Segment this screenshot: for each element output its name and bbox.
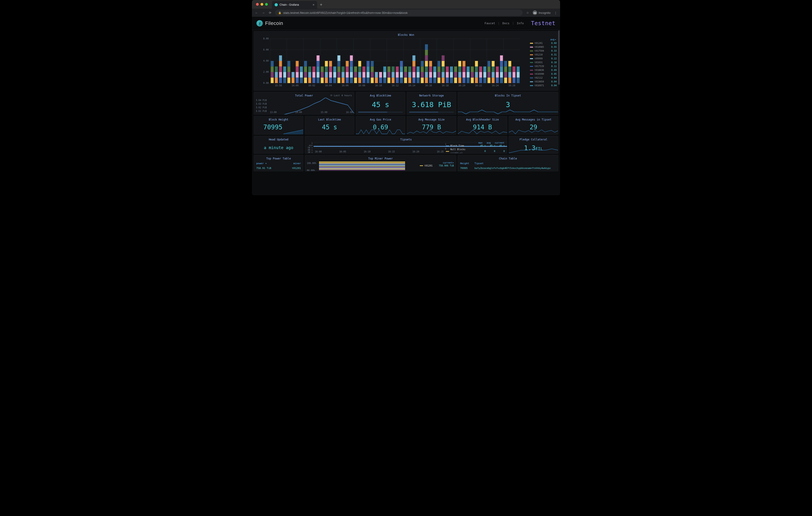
- svg-rect-178: [441, 61, 444, 66]
- scrollbar-icon[interactable]: [558, 30, 560, 85]
- svg-text:16:16: 16:16: [425, 84, 432, 87]
- brand[interactable]: ⨎ Filecoin: [257, 20, 283, 27]
- panel-blocks-won[interactable]: Blocks Won 0.002.004.006.008.0015:5816:0…: [254, 31, 558, 91]
- list-item[interactable]: t021120.04: [530, 76, 557, 80]
- list-item[interactable]: t0175040.33: [530, 49, 557, 53]
- reload-icon[interactable]: ⟳: [268, 11, 272, 14]
- svg-rect-89: [342, 78, 345, 83]
- svg-rect-29: [271, 66, 274, 72]
- legend-swatch-icon: [530, 73, 533, 74]
- svg-rect-102: [354, 72, 357, 78]
- svg-rect-50: [296, 66, 299, 72]
- list-item[interactable]: t0188360.09: [530, 68, 557, 72]
- menu-icon[interactable]: ⋮: [554, 11, 557, 14]
- forward-icon[interactable]: →: [261, 11, 265, 14]
- svg-point-1: [535, 13, 536, 14]
- svg-rect-44: [288, 66, 290, 72]
- list-item[interactable]: t01201 758.906 TiB: [420, 164, 454, 168]
- list-item[interactable]: Block Time45 s45 s45 s: [446, 144, 505, 148]
- svg-rect-221: [496, 78, 499, 83]
- svg-rect-103: [354, 66, 357, 72]
- svg-rect-146: [412, 72, 415, 78]
- svg-rect-126: [387, 78, 390, 83]
- list-item[interactable]: t099990.22: [530, 57, 557, 60]
- fullscreen-window-icon[interactable]: [265, 3, 268, 6]
- svg-rect-140: [404, 72, 407, 78]
- panel-pledge-collateral[interactable]: Pledge Collateral 1.3FIL: [509, 136, 558, 154]
- minimize-window-icon[interactable]: [261, 3, 263, 6]
- svg-rect-143: [408, 72, 411, 78]
- panel-avg-messages-in-tipset[interactable]: Avg Messages in Tipset 29: [509, 116, 558, 134]
- star-icon[interactable]: ☆: [526, 11, 529, 14]
- list-item[interactable]: t0189850.55: [530, 45, 557, 49]
- panel-avg-message-size[interactable]: Avg Message Size 779 B: [407, 116, 456, 134]
- svg-rect-234: [509, 72, 511, 78]
- url-field[interactable]: 🔒 stats.testnet.filecoin.io/d/z6FtI92Zz/…: [275, 9, 523, 16]
- list-item[interactable]: t010310.18: [530, 60, 557, 64]
- th-power[interactable]: power ▾: [254, 161, 283, 166]
- list-item[interactable]: Null Blocks (right-y)000: [446, 148, 505, 154]
- panel-block-height[interactable]: Block Height 70995: [254, 116, 303, 134]
- th-height[interactable]: Height: [458, 161, 472, 166]
- top-miner-area-chart: [319, 161, 405, 170]
- panel-title: Avg Message Size: [418, 116, 445, 122]
- close-tab-icon[interactable]: ×: [313, 3, 315, 6]
- link-faucet[interactable]: Faucet: [485, 22, 495, 25]
- legend-swatch-icon: [530, 62, 533, 63]
- table-row[interactable]: 70995 bafy2bzacebglnfxfvzbgk46ft5skxchyp…: [458, 166, 558, 171]
- list-item[interactable]: t0175390.11: [530, 64, 557, 68]
- panel-network-storage[interactable]: Network Storage 3.618 PiB: [407, 92, 456, 115]
- new-tab-button[interactable]: +: [317, 2, 325, 7]
- svg-rect-49: [296, 72, 299, 78]
- list-item[interactable]: t0169900.05: [530, 72, 557, 76]
- window-controls[interactable]: [252, 3, 272, 6]
- incognito-indicator[interactable]: Incognito: [533, 10, 551, 15]
- panel-last-blocktime[interactable]: Last Blocktime 45 s: [305, 116, 354, 134]
- th-miner[interactable]: miner: [283, 161, 303, 166]
- panel-head-updated[interactable]: Head Updated a minute ago: [254, 136, 303, 154]
- list-item[interactable]: t012100.31: [530, 53, 557, 57]
- svg-rect-120: [375, 72, 378, 78]
- svg-rect-81: [333, 78, 336, 83]
- svg-rect-158: [425, 72, 428, 78]
- svg-rect-31: [275, 78, 278, 83]
- svg-rect-114: [367, 61, 370, 66]
- svg-rect-127: [387, 72, 390, 78]
- svg-rect-179: [441, 55, 444, 61]
- svg-text:16:20: 16:20: [458, 84, 465, 87]
- panel-total-power[interactable]: Total Power Last 4 hours 3.64 PiB3.63 Pi…: [254, 92, 354, 115]
- svg-rect-34: [279, 78, 282, 83]
- svg-rect-88: [337, 55, 340, 61]
- svg-rect-161: [425, 55, 428, 61]
- th-tipset[interactable]: Tipset: [472, 161, 558, 166]
- back-icon[interactable]: ←: [255, 11, 258, 14]
- close-window-icon[interactable]: [256, 3, 259, 6]
- list-item[interactable]: t012010.60: [530, 41, 557, 45]
- browser-tab[interactable]: Chain - Grafana ×: [272, 1, 317, 9]
- panel-avg-blockheader-size[interactable]: Avg Blockheader Size 914 B: [458, 116, 507, 134]
- svg-rect-195: [462, 66, 465, 72]
- panel-top-miner-power[interactable]: Top Miner Power 100.00% 80.00% current▾ …: [305, 155, 456, 171]
- panel-blocks-in-tipset[interactable]: Blocks In Tipset 3: [458, 92, 558, 115]
- link-info[interactable]: Info: [517, 22, 524, 25]
- svg-rect-134: [396, 66, 399, 72]
- svg-rect-137: [400, 66, 403, 72]
- panel-avg-gas-price[interactable]: Avg Gas Price 0.69: [356, 116, 405, 134]
- svg-rect-27: [271, 78, 274, 83]
- panel-avg-blocktime[interactable]: Avg Blocktime 45 s: [356, 92, 405, 115]
- list-item[interactable]: t0190500.04: [530, 80, 557, 84]
- svg-rect-196: [462, 61, 465, 66]
- svg-rect-77: [329, 78, 332, 83]
- svg-rect-197: [467, 78, 470, 83]
- list-item[interactable]: t0169710.04: [530, 84, 557, 87]
- panel-chain-table[interactable]: Chain Table Height Tipset 70995 bafy2bza…: [458, 155, 558, 171]
- link-docs[interactable]: Docs: [502, 22, 509, 25]
- panel-title: Top Miner Power: [305, 155, 456, 161]
- table-row[interactable]: 758.91 TiB t01201: [254, 166, 303, 171]
- svg-rect-78: [329, 72, 332, 78]
- svg-rect-106: [358, 66, 361, 72]
- panel-tipsets[interactable]: Tipsets 1 min50 s40 s30 s 16:0016:0516:1…: [305, 136, 507, 154]
- panel-top-power-table[interactable]: Top Power Table power ▾ miner 758.91 TiB…: [254, 155, 303, 171]
- svg-rect-80: [329, 61, 332, 66]
- svg-rect-213: [488, 78, 491, 83]
